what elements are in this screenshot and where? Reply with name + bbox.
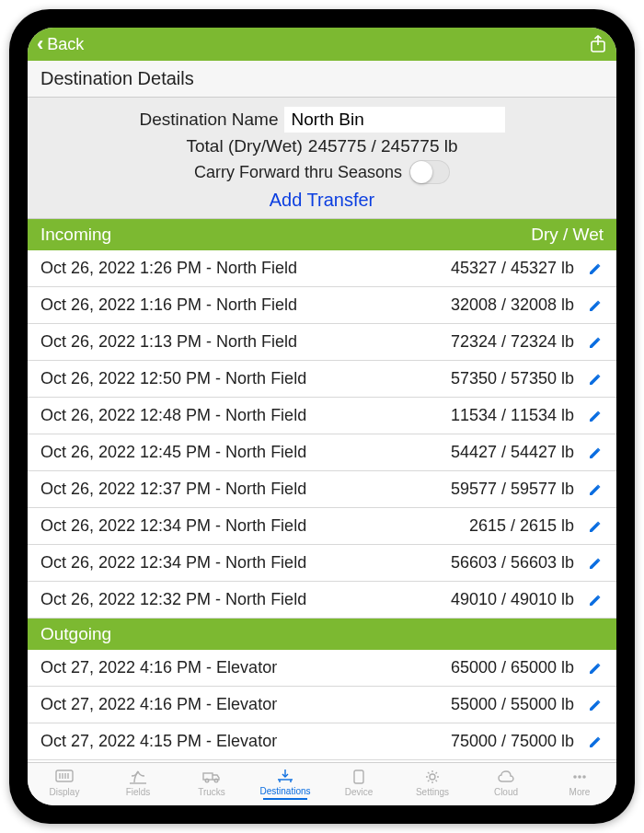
table-row: Oct 27, 2022 4:16 PM - Elevator65000 / 6… xyxy=(28,650,616,687)
navbar: ‹ Back xyxy=(28,28,616,61)
destinations-icon xyxy=(275,767,295,785)
edit-button[interactable] xyxy=(587,518,604,535)
tab-label: Fields xyxy=(126,787,151,797)
pencil-icon xyxy=(588,335,603,350)
table-row: Oct 26, 2022 1:16 PM - North Field32008 … xyxy=(28,287,616,324)
outgoing-label: Outgoing xyxy=(40,624,111,644)
details-block: Destination Name Total (Dry/Wet) 245775 … xyxy=(28,98,616,219)
row-value: 45327 / 45327 lb xyxy=(451,259,574,278)
row-value: 55000 / 55000 lb xyxy=(451,695,574,714)
edit-button[interactable] xyxy=(587,408,604,424)
row-description: Oct 27, 2022 4:16 PM - Elevator xyxy=(40,658,451,677)
table-row: Oct 26, 2022 1:13 PM - North Field72324 … xyxy=(28,324,616,361)
edit-button[interactable] xyxy=(587,445,604,461)
row-value: 2615 / 2615 lb xyxy=(469,516,574,536)
row-value: 54427 / 54427 lb xyxy=(451,443,574,462)
pencil-icon xyxy=(588,482,603,497)
tab-more[interactable]: More xyxy=(546,768,613,800)
table-row: Oct 26, 2022 12:50 PM - North Field57350… xyxy=(28,361,616,398)
pencil-icon xyxy=(588,661,603,676)
row-value: 11534 / 11534 lb xyxy=(451,406,574,425)
tab-label: Settings xyxy=(416,787,449,797)
tab-label: More xyxy=(569,787,591,797)
content-scroll[interactable]: Incoming Dry / Wet Oct 26, 2022 1:26 PM … xyxy=(28,219,616,762)
tab-fields[interactable]: Fields xyxy=(105,768,171,800)
row-value: 56603 / 56603 lb xyxy=(451,553,574,573)
svg-point-9 xyxy=(582,775,586,779)
tab-label: Destinations xyxy=(259,786,310,796)
row-description: Oct 26, 2022 12:34 PM - North Field xyxy=(40,553,451,573)
svg-point-6 xyxy=(430,774,435,780)
row-description: Oct 26, 2022 12:48 PM - North Field xyxy=(40,406,451,425)
outgoing-header: Outgoing xyxy=(28,619,616,650)
row-value: 57350 / 57350 lb xyxy=(451,369,574,388)
pencil-icon xyxy=(588,519,603,534)
row-description: Oct 26, 2022 12:32 PM - North Field xyxy=(40,590,451,609)
incoming-label: Incoming xyxy=(40,225,111,245)
edit-button[interactable] xyxy=(587,371,604,388)
svg-rect-1 xyxy=(56,770,73,781)
destination-name-input[interactable] xyxy=(284,107,505,133)
edit-button[interactable] xyxy=(587,481,604,498)
row-description: Oct 26, 2022 12:45 PM - North Field xyxy=(40,443,451,462)
pencil-icon xyxy=(588,698,603,712)
svg-point-3 xyxy=(205,779,209,782)
row-description: Oct 26, 2022 1:13 PM - North Field xyxy=(40,332,451,352)
edit-button[interactable] xyxy=(587,660,604,677)
row-value: 59577 / 59577 lb xyxy=(451,480,574,499)
row-description: Oct 27, 2022 4:16 PM - Elevator xyxy=(40,695,451,714)
table-row: Oct 27, 2022 4:16 PM - Elevator55000 / 5… xyxy=(28,687,616,723)
back-button[interactable]: ‹ Back xyxy=(37,34,84,54)
edit-button[interactable] xyxy=(587,260,604,277)
tab-display[interactable]: Display xyxy=(31,768,98,800)
settings-icon xyxy=(422,768,443,786)
edit-button[interactable] xyxy=(587,592,604,608)
row-value: 65000 / 65000 lb xyxy=(451,658,574,677)
pencil-icon xyxy=(588,445,603,460)
fields-icon xyxy=(128,768,148,786)
tab-destinations[interactable]: Destinations xyxy=(252,767,318,800)
pencil-icon xyxy=(588,261,603,276)
svg-point-4 xyxy=(214,779,218,782)
pencil-icon xyxy=(588,735,603,749)
edit-button[interactable] xyxy=(587,297,604,314)
page-title: Destination Details xyxy=(28,61,616,98)
total-label: Total (Dry/Wet) xyxy=(186,136,302,156)
add-transfer-link[interactable]: Add Transfer xyxy=(46,190,598,211)
edit-button[interactable] xyxy=(587,697,604,713)
row-description: Oct 26, 2022 1:26 PM - North Field xyxy=(40,259,451,278)
share-button[interactable] xyxy=(589,35,607,53)
dry-wet-col-label: Dry / Wet xyxy=(531,225,604,245)
chevron-left-icon: ‹ xyxy=(37,34,43,54)
cloud-icon xyxy=(496,768,516,786)
pencil-icon xyxy=(588,409,603,423)
pencil-icon xyxy=(588,298,603,313)
row-value: 75000 / 75000 lb xyxy=(451,732,574,751)
row-value: 72324 / 72324 lb xyxy=(451,332,574,352)
carry-forward-toggle[interactable] xyxy=(409,160,450,184)
tab-device[interactable]: Device xyxy=(326,768,392,800)
edit-button[interactable] xyxy=(587,734,604,750)
more-icon xyxy=(569,768,590,786)
svg-rect-5 xyxy=(354,770,363,783)
tab-settings[interactable]: Settings xyxy=(399,768,466,800)
tab-bar: DisplayFieldsTrucksDestinationsDeviceSet… xyxy=(28,762,616,805)
pencil-icon xyxy=(588,372,603,387)
tab-label: Device xyxy=(345,787,374,797)
row-description: Oct 26, 2022 1:16 PM - North Field xyxy=(40,295,451,315)
carry-forward-label: Carry Forward thru Seasons xyxy=(194,163,402,182)
table-row: Oct 26, 2022 12:32 PM - North Field49010… xyxy=(28,582,616,619)
row-value: 49010 / 49010 lb xyxy=(451,590,574,609)
tab-cloud[interactable]: Cloud xyxy=(473,768,539,800)
table-row: Oct 26, 2022 1:26 PM - North Field45327 … xyxy=(28,250,616,287)
table-row: Oct 26, 2022 12:37 PM - North Field59577… xyxy=(28,471,616,508)
share-icon xyxy=(590,35,606,53)
device-icon xyxy=(349,768,369,786)
edit-button[interactable] xyxy=(587,555,604,572)
destination-name-label: Destination Name xyxy=(139,110,278,130)
table-row: Oct 27, 2022 4:15 PM - Elevator75000 / 7… xyxy=(28,723,616,760)
tab-label: Cloud xyxy=(494,787,518,797)
tab-trucks[interactable]: Trucks xyxy=(178,768,245,800)
total-value: 245775 / 245775 lb xyxy=(308,136,458,156)
edit-button[interactable] xyxy=(587,334,604,351)
